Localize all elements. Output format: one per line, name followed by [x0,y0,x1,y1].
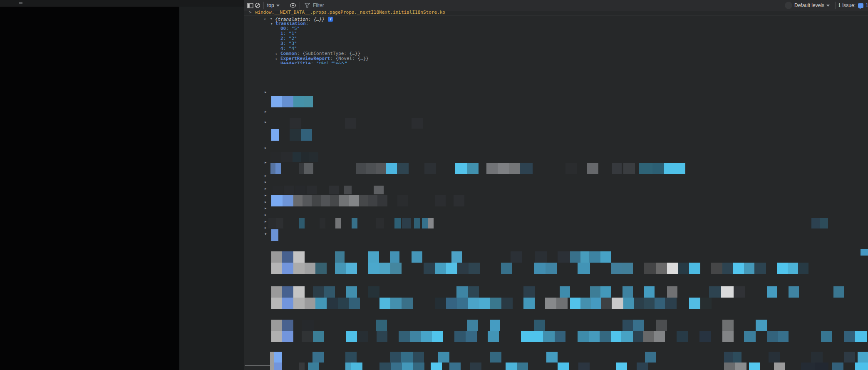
mosaic-cell [639,163,652,174]
mosaic-cell [700,298,712,309]
disclosure-caret[interactable]: ▸ [265,174,267,178]
mosaic-cell [282,263,293,274]
mosaic-cell [435,298,446,309]
mosaic-cell [600,251,611,263]
mosaic-cell [733,352,742,363]
mosaic-cell [689,298,700,309]
disclosure-caret[interactable]: ▸ [265,200,267,204]
mosaic-cell [315,298,327,309]
mosaic-cell [520,163,533,174]
mosaic-cell [351,363,362,370]
mosaic-cell [468,298,479,309]
mosaic-cell [855,331,867,342]
mosaic-cell [570,251,580,263]
mosaic-cell [283,195,293,206]
mosaic-cell [744,263,754,274]
mosaic-cell [811,218,820,228]
disclosure-caret[interactable]: ▸ [265,226,267,230]
mosaic-cell [293,298,305,309]
mosaic-cell [276,218,283,228]
mosaic-cell [413,363,424,370]
tree-row: 1 : "1" [244,31,868,36]
mosaic-cell [457,298,468,309]
mosaic-cell [293,251,305,263]
mosaic-cell [622,320,633,331]
disclosure-caret[interactable]: ▾ [270,21,273,26]
mosaic-cell [394,218,401,228]
mosaic-cell [621,331,633,342]
disclosure-caret[interactable]: ▸ [275,56,278,61]
disclosure-caret[interactable]: ▾ [265,232,267,236]
mosaic-cell [652,163,664,174]
mosaic-cell [421,331,432,342]
disclosure-caret[interactable]: ▸ [265,180,267,184]
mosaic-cell [545,298,556,309]
mosaic-cell [305,298,315,309]
mosaic-cell [734,286,745,298]
mosaic-cell [271,286,282,298]
mosaic-cell [469,263,480,274]
mosaic-cell [644,263,656,274]
mosaic-cell [377,331,387,342]
mosaic-cell [301,152,309,162]
mosaic-cell [644,298,655,309]
mosaic-cell [774,363,785,370]
mosaic-cell [722,320,734,331]
disclosure-caret[interactable]: ▸ [265,193,267,197]
mosaic-cell [449,363,461,370]
mosaic-cell [454,331,466,342]
mosaic-cell [268,218,276,228]
mosaic-cell [293,263,305,274]
object-tree: ▾translation :00 : "5"1 : "1"2 : "2"3 : … [244,0,868,64]
mosaic-cell [422,218,428,228]
disclosure-caret[interactable]: ▸ [265,206,267,210]
disclosure-caret[interactable]: ▸ [265,213,267,217]
mosaic-cell [282,96,293,107]
mosaic-cell [412,251,422,263]
mosaic-cell [486,163,498,174]
mosaic-cell [302,320,314,331]
disclosure-caret[interactable]: ▸ [265,146,267,150]
mosaic-cell [307,186,317,194]
mosaic-cell [855,363,868,370]
mosaic-cell [346,331,357,342]
tree-row: 00 : "5" [244,26,868,31]
mosaic-cell [345,118,356,129]
mosaic-cell [543,331,555,342]
mosaic-cell [368,195,377,206]
mosaic-cell [534,320,545,331]
mosaic-cell [555,331,565,342]
mosaic-cell [498,163,509,174]
mosaic-cell [335,263,346,274]
mosaic-cell [397,163,409,174]
mosaic-cell [457,263,469,274]
mosaic-cell [844,331,855,342]
mosaic-cell [754,263,766,274]
disclosure-caret[interactable]: ▸ [265,109,267,114]
disclosure-caret[interactable]: ▸ [275,51,278,56]
mosaic-cell [546,352,558,363]
mosaic-cell [304,163,313,174]
mosaic-cell [667,263,678,274]
mosaic-cell [756,320,767,331]
mosaic-cell [271,298,282,309]
disclosure-caret[interactable]: ▸ [265,160,267,164]
mosaic-cell [644,286,655,298]
disclosure-caret[interactable]: ▸ [265,219,267,223]
mosaic-cell [490,298,501,309]
disclosure-caret[interactable]: ▸ [265,120,267,124]
disclosure-caret[interactable]: ▸ [265,90,267,94]
mosaic-cell [467,320,478,331]
mosaic-cell [633,331,643,342]
mosaic-cell [327,298,338,309]
mosaic-cell [271,129,279,141]
mosaic-cell [778,331,789,342]
mosaic-cell [612,163,622,174]
mosaic-cell [359,195,368,206]
mosaic-cell [435,263,446,274]
mosaic-cell [390,352,401,363]
mosaic-cell [432,331,443,342]
disclosure-caret[interactable]: ▸ [265,186,267,191]
mosaic-cell [376,320,387,331]
mosaic-cell [299,163,304,174]
